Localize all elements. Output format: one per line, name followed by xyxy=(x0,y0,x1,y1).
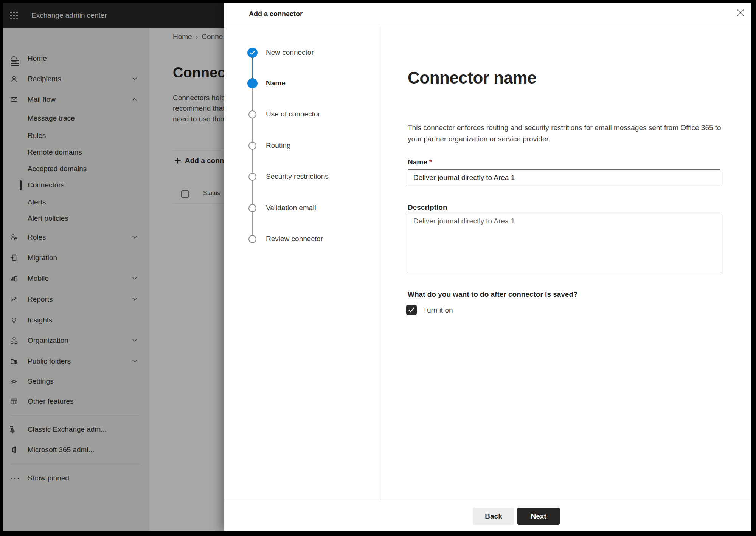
description-field-label: Description xyxy=(408,203,447,212)
step-upcoming-circle xyxy=(248,235,256,243)
footer-divider xyxy=(224,500,751,500)
name-field-label: Name* xyxy=(408,158,432,166)
wizard-step-new-connector[interactable]: New connector xyxy=(224,45,381,60)
dialog-header: Add a connector xyxy=(224,3,751,25)
connector-description-text: This connector enforces routing and secu… xyxy=(408,122,727,145)
back-button[interactable]: Back xyxy=(473,508,514,525)
wizard-step-routing[interactable]: Routing xyxy=(224,138,381,153)
name-input[interactable] xyxy=(408,169,720,186)
step-upcoming-circle xyxy=(248,142,256,150)
step-connector-line xyxy=(252,58,253,78)
close-icon[interactable] xyxy=(736,8,745,18)
step-completed-check-icon xyxy=(247,48,258,58)
step-upcoming-circle xyxy=(248,204,256,212)
connector-name-heading: Connector name xyxy=(408,68,536,87)
screen: Exchange admin center Home Recipients Ma… xyxy=(3,3,751,531)
steps-content-divider xyxy=(381,25,381,500)
wizard-step-review-connector[interactable]: Review connector xyxy=(224,231,381,246)
step-upcoming-circle xyxy=(248,110,256,118)
after-save-question: What do you want to do after connector i… xyxy=(408,290,578,299)
add-connector-dialog: Add a connector New connector Name Use o… xyxy=(224,3,751,531)
dialog-title: Add a connector xyxy=(249,3,303,25)
next-button[interactable]: Next xyxy=(517,508,560,525)
wizard-step-validation-email[interactable]: Validation email xyxy=(224,200,381,215)
wizard-step-security-restrictions[interactable]: Security restrictions xyxy=(224,169,381,184)
turn-it-on-label: Turn it on xyxy=(423,306,453,314)
checkmark-icon xyxy=(406,305,417,315)
step-upcoming-circle xyxy=(248,173,256,181)
required-asterisk: * xyxy=(429,158,432,166)
wizard-step-name[interactable]: Name xyxy=(224,76,381,91)
turn-it-on-checkbox[interactable] xyxy=(406,305,417,315)
wizard-step-use-of-connector[interactable]: Use of connector xyxy=(224,107,381,122)
step-current-dot xyxy=(247,78,258,88)
description-textarea[interactable]: Deliver journal directly to Area 1 xyxy=(408,213,720,273)
